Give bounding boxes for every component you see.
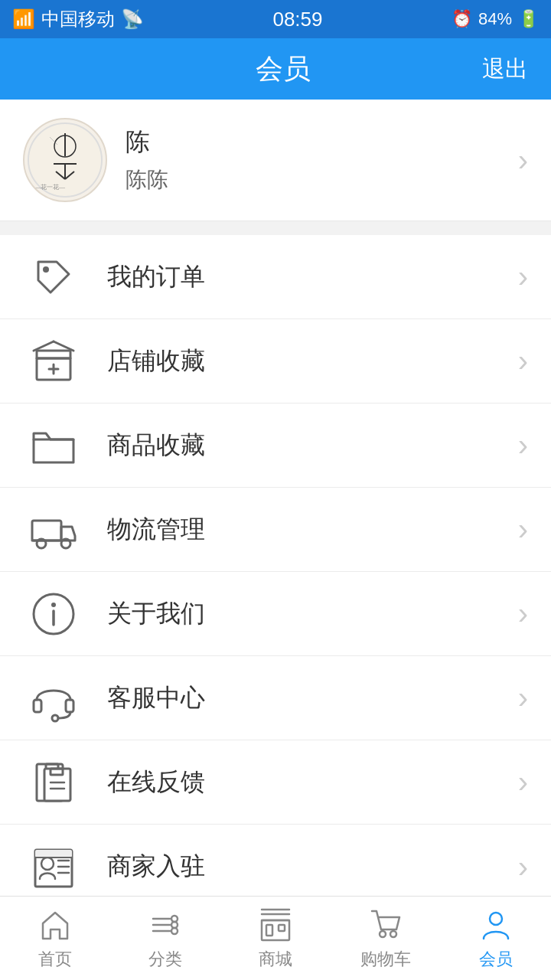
nav-item-member[interactable]: 会员 xyxy=(441,897,551,980)
nav-label-mall: 商城 xyxy=(259,948,292,971)
nav-item-mall[interactable]: 商城 xyxy=(220,897,331,980)
menu-item-store-favorites[interactable]: 店铺收藏 xyxy=(0,319,551,403)
nav-item-home[interactable]: 首页 xyxy=(0,897,110,980)
svg-point-25 xyxy=(52,715,58,721)
carrier-text: 中国移动 xyxy=(41,7,115,31)
orders-chevron xyxy=(518,260,528,294)
menu-item-service[interactable]: 客服中心 xyxy=(0,656,551,740)
menu-section: 我的订单 店铺收藏 xyxy=(0,235,551,909)
menu-label-service: 客服中心 xyxy=(107,681,518,715)
product-favorites-chevron xyxy=(518,428,528,462)
svg-rect-48 xyxy=(279,925,285,931)
svg-point-33 xyxy=(41,858,54,870)
nav-label-home: 首页 xyxy=(38,948,72,971)
svg-point-51 xyxy=(380,931,386,937)
svg-point-53 xyxy=(490,913,502,925)
info-icon xyxy=(23,583,84,645)
header: 会员 退出 xyxy=(0,38,551,100)
status-right: ⏰ 84% 🔋 xyxy=(452,9,539,29)
alarm-icon: ⏰ xyxy=(452,9,472,29)
mall-icon xyxy=(257,906,294,943)
avatar-image: —花一花— xyxy=(27,122,103,198)
headset-icon xyxy=(23,668,84,729)
menu-label-about: 关于我们 xyxy=(107,597,518,631)
menu-label-logistics: 物流管理 xyxy=(107,513,518,547)
svg-rect-47 xyxy=(266,925,272,936)
svg-rect-16 xyxy=(32,521,61,541)
battery-icon: 🔋 xyxy=(518,9,539,29)
menu-item-feedback[interactable]: 在线反馈 xyxy=(0,740,551,825)
category-icon xyxy=(147,906,184,943)
nav-label-member: 会员 xyxy=(479,948,513,971)
header-title: 会员 xyxy=(84,51,482,88)
menu-item-product-favorites[interactable]: 商品收藏 xyxy=(0,403,551,488)
home-icon xyxy=(37,906,73,943)
profile-username: 陈陈 xyxy=(126,165,518,194)
menu-item-logistics[interactable]: 物流管理 xyxy=(0,488,551,572)
svg-point-22 xyxy=(51,603,56,607)
truck-icon xyxy=(23,499,84,560)
svg-text:—花一花—: —花一花— xyxy=(34,184,66,191)
nav-label-category: 分类 xyxy=(148,948,182,971)
store-icon xyxy=(23,331,84,392)
nav-item-cart[interactable]: 购物车 xyxy=(331,897,441,980)
profile-chevron xyxy=(518,143,528,178)
svg-rect-37 xyxy=(35,850,72,858)
status-left: 📶 中国移动 📡 xyxy=(12,7,144,31)
status-time: 08:59 xyxy=(272,8,322,31)
bottom-nav: 首页 分类 商城 xyxy=(0,896,551,980)
folder-icon xyxy=(23,415,84,476)
logout-button[interactable]: 退出 xyxy=(482,54,528,85)
member-icon xyxy=(478,906,514,943)
merchant-chevron xyxy=(518,850,528,884)
svg-point-9 xyxy=(43,266,49,273)
menu-label-orders: 我的订单 xyxy=(107,260,518,294)
svg-rect-28 xyxy=(44,769,70,801)
menu-label-feedback: 在线反馈 xyxy=(107,766,518,799)
menu-label-merchant: 商家入驻 xyxy=(107,850,518,884)
svg-rect-24 xyxy=(66,700,73,712)
svg-line-14 xyxy=(34,341,54,351)
svg-line-15 xyxy=(54,341,73,351)
battery-text: 84% xyxy=(478,9,512,29)
nav-item-category[interactable]: 分类 xyxy=(110,897,220,980)
store-favorites-chevron xyxy=(518,344,528,378)
svg-rect-23 xyxy=(34,700,41,712)
profile-info: 陈 陈陈 xyxy=(126,126,518,194)
logistics-chevron xyxy=(518,512,528,547)
service-chevron xyxy=(518,681,528,715)
document-icon xyxy=(23,752,84,813)
status-bar: 📶 中国移动 📡 08:59 ⏰ 84% 🔋 xyxy=(0,0,551,38)
menu-label-store-favorites: 店铺收藏 xyxy=(107,345,518,378)
menu-item-orders[interactable]: 我的订单 xyxy=(0,235,551,319)
svg-point-44 xyxy=(171,928,178,934)
avatar: —花一花— xyxy=(23,118,107,202)
menu-label-product-favorites: 商品收藏 xyxy=(107,429,518,462)
cart-icon xyxy=(367,906,404,943)
profile-display-name: 陈 xyxy=(126,126,518,159)
merchant-icon xyxy=(23,836,84,897)
signal-icon: 📶 xyxy=(12,8,35,30)
tag-icon xyxy=(23,247,84,308)
nav-label-cart: 购物车 xyxy=(360,948,411,971)
about-chevron xyxy=(518,596,528,631)
profile-section[interactable]: —花一花— 陈 陈陈 xyxy=(0,100,551,221)
wifi-icon: 📡 xyxy=(121,8,144,30)
svg-point-52 xyxy=(390,931,396,937)
feedback-chevron xyxy=(518,765,528,799)
menu-item-about[interactable]: 关于我们 xyxy=(0,572,551,656)
